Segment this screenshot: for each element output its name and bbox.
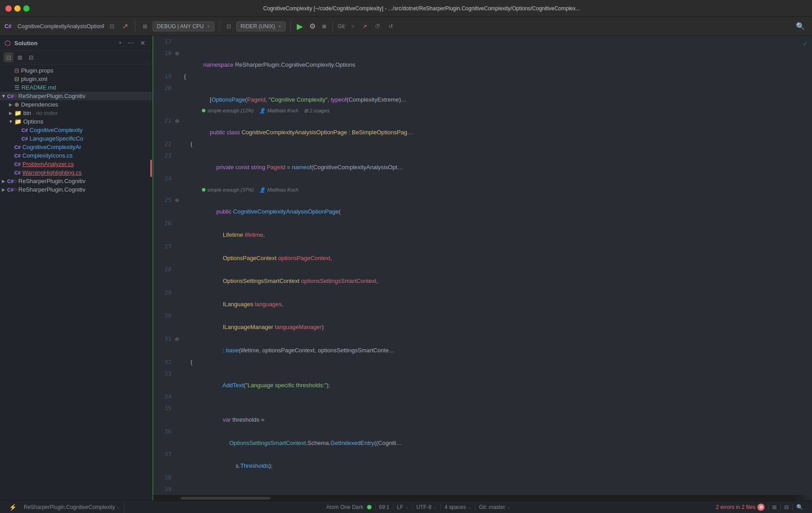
line-number: 23: [154, 150, 175, 162]
fold-icon[interactable]: ⊖: [175, 336, 179, 342]
terminal-button[interactable]: ⊡: [107, 21, 117, 31]
deps-icon: ⊕: [14, 101, 19, 108]
file-label: WarningHighlighting.cs: [22, 169, 81, 176]
sidebar-tool-settings[interactable]: ⊟: [26, 53, 36, 62]
hint-content-2: simple enough (37%) 👤 Matthias Koch: [184, 184, 299, 195]
status-action2[interactable]: ⊟: [781, 504, 793, 510]
maximize-button[interactable]: [23, 5, 30, 12]
line-number: 38: [154, 472, 175, 483]
git-revert-button[interactable]: ↺: [386, 21, 396, 31]
arrow-button[interactable]: ↗: [120, 20, 131, 32]
sidebar-tool-localize[interactable]: ⊡: [4, 52, 13, 62]
complexity-hint: simple enough (12%): [202, 106, 254, 115]
status-line-ending[interactable]: LF ⌄: [393, 504, 413, 510]
editor[interactable]: 17 18 ⊖ namespace ReSharperPlugin.Cognit…: [152, 36, 812, 500]
horizontal-scrollbar[interactable]: [152, 495, 812, 500]
minimize-button[interactable]: [14, 5, 21, 12]
expand-arrow[interactable]: ▶: [7, 111, 14, 115]
list-item[interactable]: ▶ C# ⬡ ReSharperPlugin.Cognitiv: [0, 185, 152, 194]
stop-button[interactable]: ■: [320, 21, 328, 31]
git-push-button[interactable]: ↗: [360, 21, 370, 31]
list-item[interactable]: C# CognitiveComplexityAr: [0, 143, 152, 151]
list-item[interactable]: ▶ 📁 bin · no index: [0, 109, 152, 117]
status-git[interactable]: Git: master ⌄: [475, 504, 514, 510]
list-item[interactable]: C# ProblemAnalyzer.cs: [0, 160, 152, 168]
le-chevron: ⌄: [405, 505, 409, 509]
close-button[interactable]: [5, 5, 12, 12]
search-button[interactable]: 🔍: [793, 20, 808, 32]
expand-arrow[interactable]: ▶: [7, 102, 14, 107]
status-right: 2 errors in 2 files ⊘ ⊞ ⊟ 🔍: [712, 504, 807, 511]
status-power[interactable]: ⚡: [5, 504, 20, 511]
line-number: 36: [154, 426, 175, 437]
code-line-25: 25 ⊖ public CognitiveComplexityAnalysisO…: [154, 194, 812, 218]
gutter-icon: ⊖: [175, 47, 184, 59]
list-item[interactable]: ▶ C# ⬡ ReSharperPlugin.Cognitiv: [0, 177, 152, 185]
list-item[interactable]: C# LanguageSpecificCo: [0, 134, 152, 143]
cs-icon: C#: [21, 136, 28, 141]
status-position[interactable]: 69:1: [376, 504, 393, 510]
list-item[interactable]: ☰ README.md: [0, 83, 152, 92]
list-item[interactable]: ⊟ plugin.xml: [0, 75, 152, 83]
run-button[interactable]: ▶: [295, 21, 305, 32]
hint-row-20: simple enough (12%) 👤 Matthias Koch ⊞ 2 …: [154, 105, 812, 115]
line-number: 30: [154, 310, 175, 321]
folder-icon: 📁: [14, 110, 21, 116]
status-indent[interactable]: 4 spaces ⌄: [441, 504, 475, 510]
debug-config-icon[interactable]: ⊞: [140, 21, 150, 31]
git-history-button[interactable]: ⏱: [372, 21, 383, 31]
list-item[interactable]: ⊟ Plugin.props: [0, 66, 152, 75]
code-line-28: 28 OptionsSettingsSmartContext optionsSe…: [154, 264, 812, 287]
action1-icon: ⊞: [772, 504, 777, 510]
scrollbar-thumb[interactable]: [181, 497, 270, 500]
fold-icon[interactable]: ⊖: [175, 118, 179, 124]
power-icon: ⚡: [9, 504, 17, 511]
line-number: 34: [154, 391, 175, 402]
folder-label: bin: [23, 110, 31, 116]
encoding: UTF-8: [416, 504, 432, 510]
list-item[interactable]: ▼ C# ⬡ ReSharperPlugin.Cognitiv: [0, 92, 152, 100]
status-bar: ⚡ ReSharperPlugin.CognitiveComplexity ⌄ …: [0, 500, 812, 513]
separator-2: [219, 21, 219, 32]
author-name-2: Matthias Koch: [267, 185, 299, 195]
file-label: LanguageSpecificCo: [30, 135, 83, 142]
project-selector[interactable]: CognitiveComplexityAnalysisOptionP: [15, 21, 104, 31]
line-number: 25: [154, 194, 175, 206]
fold-icon[interactable]: ⊖: [175, 197, 179, 203]
status-project[interactable]: ReSharperPlugin.CognitiveComplexity ⌄: [20, 501, 124, 513]
list-item[interactable]: C# CognitiveComplexity: [0, 126, 152, 134]
sidebar-tool-filter[interactable]: ⊠: [15, 53, 25, 62]
code-line-34: 34: [154, 391, 812, 402]
fold-icon[interactable]: ⊖: [175, 51, 179, 56]
status-theme[interactable]: Atom One Dark: [323, 504, 376, 510]
sidebar-close-button[interactable]: ✕: [138, 38, 147, 47]
code-line-31: 31 ⊖ : base(lifetime, optionsPageContext…: [154, 333, 812, 356]
cs-icon: C#: [14, 162, 21, 167]
project2-cs-icon: C# ⬡: [7, 179, 17, 184]
build-button[interactable]: ⚙: [308, 21, 317, 31]
git-branch-button[interactable]: ⑂: [349, 21, 357, 31]
gutter-icon: ⊖: [175, 115, 184, 127]
platform-icon[interactable]: ⊡: [224, 21, 234, 31]
project-label: ReSharperPlugin.Cognitiv: [18, 93, 85, 99]
status-encoding[interactable]: UTF-8 ⌄: [413, 504, 441, 510]
expand-arrow[interactable]: ▶: [0, 179, 7, 184]
list-item[interactable]: ▶ ⊕ Dependencies: [0, 100, 152, 109]
list-item[interactable]: C# ComplexityIcons.cs: [0, 151, 152, 160]
status-action1[interactable]: ⊞: [769, 504, 781, 510]
configuration-dropdown[interactable]: DEBUG | ANY CPU ▼: [153, 21, 214, 31]
sidebar-menu-button[interactable]: ⋯: [126, 38, 136, 47]
expand-arrow[interactable]: ▼: [7, 119, 14, 124]
list-item[interactable]: C# WarningHighlighting.cs: [0, 168, 152, 177]
expand-arrow[interactable]: ▶: [0, 187, 7, 192]
separator-4: [333, 21, 333, 32]
expand-arrow[interactable]: ▼: [0, 94, 7, 98]
platform-dropdown[interactable]: RIDER (UNIX) ▼: [236, 21, 286, 31]
line-number: 37: [154, 449, 175, 460]
line-number: 26: [154, 218, 175, 229]
status-errors[interactable]: 2 errors in 2 files ⊘: [712, 504, 769, 511]
list-item[interactable]: ▼ 📁 Options: [0, 117, 152, 126]
status-search[interactable]: 🔍: [793, 504, 807, 510]
file-label: plugin.xml: [21, 76, 47, 82]
code-line-33: 33 AddText("Language specific thresholds…: [154, 368, 812, 391]
